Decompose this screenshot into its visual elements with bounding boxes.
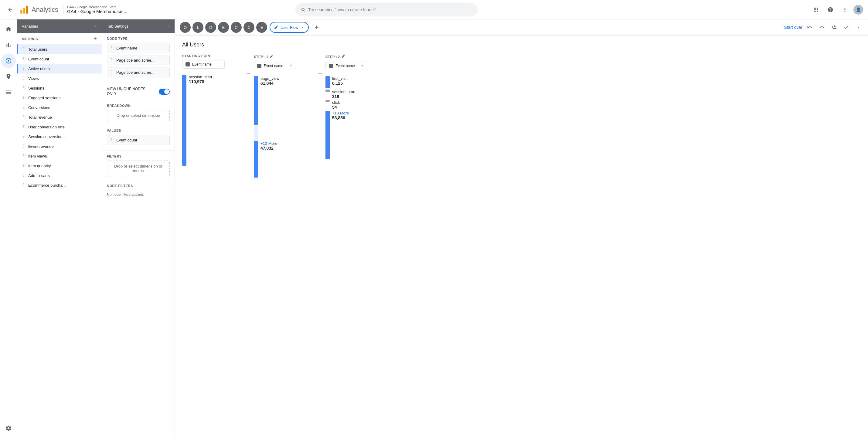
more-vert-button[interactable] [839, 4, 851, 16]
step2-bar-sessstart [326, 90, 330, 92]
step2-value-sessstart: 319 [332, 94, 355, 99]
step2-value-firstvisit: 6,125 [332, 81, 348, 86]
edit-tab-icon [274, 25, 279, 30]
metric-item-7[interactable]: ⠿ Total revenue [17, 112, 102, 122]
tab-settings-header: Tab Settings − [102, 20, 175, 33]
variables-panel-title: Variables [22, 24, 38, 29]
node-type-item-1[interactable]: ⠿ Page title and scree... [107, 55, 170, 65]
metric-label-14: Ecommerce purcha... [28, 183, 66, 188]
step1-node-pageview: page_view 61,844 [254, 76, 279, 125]
dimension-selector-start[interactable]: Event name [182, 60, 225, 69]
nav-home[interactable] [1, 22, 16, 36]
metrics-section-header: METRICS + [17, 33, 102, 44]
undo-button[interactable] [805, 23, 814, 32]
breakdown-label: BREAKDOWN [107, 104, 170, 107]
step1-name-more[interactable]: +13 More [260, 141, 277, 146]
nav-advertising[interactable] [1, 69, 16, 84]
edit-step2-button[interactable] [341, 54, 345, 59]
back-button[interactable] [5, 4, 16, 15]
node-type-item-0[interactable]: ⠿ Event name [107, 43, 170, 53]
tab-circle-5[interactable]: C [244, 22, 254, 33]
metric-drag-handle-12: ⠿ [23, 163, 26, 168]
node-type-item-2[interactable]: ⠿ Page title and scree... [107, 67, 170, 77]
start-node: session_start 110,978 [182, 75, 212, 166]
no-filters-label: No node filters applied. [107, 190, 170, 199]
starting-point-column: STARTING POINT Event name session_start … [182, 54, 243, 166]
values-item[interactable]: ⠿ Event count [107, 135, 170, 145]
step1-name-pageview: page_view [260, 76, 279, 81]
filters-drop-zone[interactable]: Drop or select dimension or metric [107, 161, 170, 176]
tab-circle-0[interactable]: O [180, 22, 191, 33]
metric-label-9: Session conversion... [28, 134, 66, 139]
metric-item-12[interactable]: ⠿ Item quantity [17, 161, 102, 170]
tab-circle-2[interactable]: D [205, 22, 216, 33]
search-bar[interactable] [296, 3, 477, 17]
tab-circle-6[interactable]: E [256, 22, 267, 33]
undo-icon [807, 25, 812, 30]
metric-label-0: Total users [28, 47, 48, 52]
edit-step1-button[interactable] [270, 54, 274, 59]
toggle-knob [164, 89, 169, 94]
metric-drag-handle-1: ⠿ [23, 57, 26, 61]
add-tab-icon [314, 24, 320, 30]
search-input[interactable] [308, 7, 472, 12]
tab-circle-1[interactable]: L [192, 22, 204, 33]
metric-drag-handle-0: ⠿ [23, 47, 26, 52]
metric-drag-handle-10: ⠿ [23, 144, 26, 149]
check-button[interactable] [841, 23, 851, 32]
property-subtitle: GA4 - Google Merchandise Store [67, 5, 127, 9]
metric-item-0[interactable]: ⠿ Total users [17, 44, 102, 54]
tab-circle-3[interactable]: B [218, 22, 229, 33]
values-drag-handle: ⠿ [111, 137, 114, 143]
values-section: VALUES ⠿ Event count [102, 125, 175, 151]
step2-name-more[interactable]: +13 More [332, 111, 349, 115]
expand-button[interactable] [854, 23, 863, 32]
view-unique-toggle[interactable] [159, 89, 170, 95]
svg-rect-1 [23, 8, 25, 13]
metric-item-4[interactable]: ⠿ Sessions [17, 83, 102, 93]
tab-settings-minimize[interactable]: − [166, 23, 170, 29]
metric-item-9[interactable]: ⠿ Session conversion... [17, 132, 102, 142]
add-tab-button[interactable] [311, 22, 322, 33]
dim-label-step1: Event name [264, 64, 283, 68]
search-icon [301, 7, 306, 12]
add-metric-button[interactable]: + [94, 35, 97, 42]
step1-node-more: +13 More 47,032 [254, 141, 279, 178]
metric-item-11[interactable]: ⠿ Item views [17, 151, 102, 161]
metric-item-13[interactable]: ⠿ Add-to-carts [17, 170, 102, 180]
nav-configure[interactable] [1, 85, 16, 99]
step2-name-sessstart: session_start [332, 90, 355, 94]
nav-explore[interactable] [1, 54, 16, 68]
nav-settings[interactable] [1, 421, 16, 436]
redo-button[interactable] [817, 23, 827, 32]
start-over-button[interactable]: Start over [784, 25, 802, 30]
metric-label-1: Event count [28, 57, 49, 61]
help-button[interactable] [824, 4, 836, 16]
metric-item-5[interactable]: ⠿ Engaged sessions [17, 93, 102, 103]
col-header-start: STARTING POINT [182, 54, 212, 58]
metric-item-8[interactable]: ⠿ User conversion rate [17, 122, 102, 132]
dim-label-start: Event name [192, 62, 212, 66]
dimension-selector-step1[interactable]: Event name [254, 62, 296, 70]
metric-item-1[interactable]: ⠿ Event count [17, 54, 102, 64]
flow-columns: STARTING POINT Event name session_start … [182, 54, 861, 178]
user-avatar[interactable]: 👤 [854, 5, 863, 14]
redo-icon [819, 25, 825, 30]
metric-item-2[interactable]: ⠿ Active users [17, 64, 102, 73]
breakdown-drop-zone[interactable]: Drop or select dimension [107, 110, 170, 121]
tab-circle-4[interactable]: C [231, 22, 242, 33]
metric-item-6[interactable]: ⠿ Conversions [17, 103, 102, 112]
node-type-drag-2: ⠿ [111, 70, 114, 75]
metric-item-14[interactable]: ⠿ Ecommerce purcha... [17, 180, 102, 190]
step2-column: STEP +2 Event name [326, 54, 386, 161]
metric-item-10[interactable]: ⠿ Event revenue [17, 142, 102, 151]
variables-panel-minimize[interactable]: − [94, 23, 97, 29]
metric-item-3[interactable]: ⠿ Views [17, 73, 102, 83]
nav-reports[interactable] [1, 38, 16, 52]
active-tab-user-flow[interactable]: User Flow [270, 22, 309, 33]
apps-button[interactable] [810, 4, 822, 16]
dimension-selector-step2[interactable]: Event name [326, 62, 368, 70]
tab-settings-title: Tab Settings [107, 24, 129, 29]
add-user-button[interactable] [829, 23, 839, 32]
start-node-name: session_start [189, 75, 212, 79]
